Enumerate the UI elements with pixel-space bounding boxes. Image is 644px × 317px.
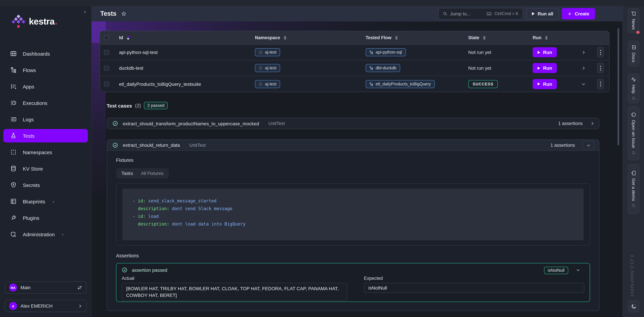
assertion-card: assertion passed isNotNull Actual [BOWLE…	[116, 263, 590, 302]
sort-state-icon[interactable]	[483, 36, 486, 40]
sort-id-icon[interactable]	[127, 36, 130, 40]
sort-run-icon[interactable]	[545, 36, 548, 40]
actual-value-field[interactable]: [BOWLER HAT, TRILBY HAT, BOWLER HAT, CLO…	[122, 283, 347, 301]
open-issue-button[interactable]: Open an Issue	[628, 107, 639, 160]
column-state[interactable]: State	[468, 35, 479, 40]
namespace-chip[interactable]: aj-test	[255, 80, 280, 88]
content-area: Id Namespace Tested Flow State Run	[92, 21, 622, 317]
sidebar-item-apps[interactable]: Apps	[3, 80, 88, 93]
help-button[interactable]: Help	[628, 74, 639, 103]
tenant-avatar: MA	[9, 284, 17, 292]
test-case-card: extract_should_transform_productNames_to…	[107, 118, 600, 129]
theme-toggle-button[interactable]	[628, 300, 639, 312]
row-menu-kebab[interactable]	[597, 79, 604, 89]
run-button[interactable]: Run	[533, 79, 557, 89]
row-checkbox[interactable]	[104, 81, 109, 86]
column-id[interactable]: Id	[119, 35, 123, 40]
sidebar-item-administration[interactable]: Administration ›	[3, 228, 88, 241]
notification-dot	[636, 31, 640, 34]
sidebar-item-tests[interactable]: Tests	[3, 129, 88, 142]
tab-all-fixtures[interactable]: All Fixtures	[141, 171, 164, 176]
docs-label: Docs	[631, 52, 636, 62]
expand-case-chevron[interactable]	[590, 121, 594, 126]
flow-chip[interactable]: dbt-duckdb	[366, 64, 400, 72]
content-scrollbar[interactable]	[618, 28, 619, 145]
run-button-label: Run	[543, 65, 552, 71]
run-button[interactable]: Run	[533, 63, 557, 73]
expand-row-chevron[interactable]	[574, 50, 589, 54]
table-row-expanded[interactable]: etl_dailyProducts_toBigQuery_testsuite a…	[100, 76, 609, 92]
kestra-logo[interactable]: kestra.	[0, 6, 91, 28]
table-row[interactable]: duckdb-test aj-test dbt-duckdb Not run y…	[100, 60, 609, 76]
user-name: Alex EMERICH	[20, 303, 74, 309]
namespace-chip[interactable]: aj-test	[255, 64, 280, 72]
namespace-chip[interactable]: aj-test	[255, 48, 280, 56]
create-button[interactable]: Create	[562, 8, 595, 19]
code-line: - id: load	[132, 212, 574, 220]
flow-chip[interactable]: etl_dailyProducts_toBigQuery	[366, 80, 434, 88]
sidebar-item-dashboards[interactable]: Dashboards	[3, 47, 88, 60]
tenant-switcher[interactable]: MA Main	[5, 282, 86, 294]
test-case-header[interactable]: extract_should_transform_productNames_to…	[107, 118, 599, 129]
table-row[interactable]: api-python-sql-test aj-test api-python-s…	[100, 44, 609, 60]
dashboards-icon	[10, 50, 17, 57]
row-menu-kebab[interactable]	[597, 63, 604, 73]
sidebar-item-blueprints[interactable]: Blueprints ›	[3, 195, 88, 208]
user-menu[interactable]: A Alex EMERICH	[5, 300, 86, 312]
collapse-case-chevron[interactable]	[582, 141, 594, 149]
administration-icon	[10, 231, 17, 238]
check-circle-icon	[122, 267, 128, 273]
get-demo-button[interactable]: Get a demo	[628, 164, 639, 214]
sort-namespace-icon[interactable]	[284, 36, 286, 40]
assertions-count: 1 assertions	[550, 143, 575, 148]
external-link-icon	[632, 96, 636, 100]
row-checkbox[interactable]	[104, 65, 109, 70]
expand-row-chevron[interactable]	[574, 66, 589, 70]
namespace-chip-label: aj-test	[265, 50, 276, 55]
sidebar-item-namespaces[interactable]: Namespaces	[3, 145, 88, 159]
docs-button[interactable]: Docs	[628, 41, 639, 66]
column-namespace[interactable]: Namespace	[255, 35, 280, 40]
test-case-header[interactable]: extract_should_return_data UnitTest 1 as…	[107, 140, 599, 151]
sidebar-item-logs[interactable]: Logs	[3, 113, 88, 126]
fixtures-heading: Fixtures	[116, 157, 590, 163]
flow-chip-label: api-python-sql	[376, 50, 402, 55]
news-button[interactable]: News	[628, 8, 639, 33]
flow-chip-label: dbt-duckdb	[376, 66, 396, 70]
external-link-icon	[632, 151, 636, 155]
flow-chip[interactable]: api-python-sql	[366, 48, 406, 56]
sidebar-item-secrets[interactable]: Secrets	[3, 178, 88, 192]
tab-tasks[interactable]: Tasks	[122, 171, 133, 176]
sidebar-item-plugins[interactable]: Plugins	[3, 211, 88, 225]
flow-chip-icon	[369, 50, 373, 54]
column-run[interactable]: Run	[533, 35, 542, 40]
check-circle-icon	[112, 121, 118, 126]
sort-tested-flow-icon[interactable]	[395, 36, 398, 40]
kestra-logo-icon	[12, 15, 26, 28]
sidebar-item-kv-store[interactable]: KV Store	[3, 162, 88, 175]
expected-label: Expected	[364, 276, 584, 281]
column-tested-flow[interactable]: Tested Flow	[366, 35, 392, 40]
run-all-button[interactable]: Run all	[526, 8, 559, 19]
jump-to-search[interactable]: Jump to... Ctrl/Cmd + K	[438, 8, 523, 19]
app-shell: ‹ kestra. Dashboards	[0, 6, 644, 317]
collapse-assertion-chevron[interactable]	[576, 268, 580, 272]
row-menu-kebab[interactable]	[597, 47, 604, 58]
row-checkbox[interactable]	[104, 50, 109, 55]
test-cases-count: (2)	[135, 103, 141, 108]
collapse-row-chevron[interactable]	[574, 82, 589, 86]
favorite-star-icon[interactable]	[121, 11, 126, 16]
select-all-checkbox[interactable]	[104, 35, 109, 40]
run-button[interactable]: Run	[533, 47, 557, 57]
state-success-badge: SUCCESS	[468, 80, 498, 88]
plugins-icon	[10, 215, 17, 221]
flows-icon	[10, 67, 17, 73]
sidebar-collapse-icon[interactable]: ‹	[84, 9, 86, 14]
expected-value-field[interactable]: isNotNull	[364, 283, 584, 293]
yaml-code-block[interactable]: - id: send_slack_message_started descrip…	[122, 189, 584, 240]
sidebar-item-label: Executions	[23, 100, 48, 106]
sidebar-item-executions[interactable]: Executions	[3, 96, 88, 110]
run-button-label: Run	[543, 81, 552, 87]
namespace-chip-label: aj-test	[265, 66, 276, 70]
sidebar-item-flows[interactable]: Flows	[3, 63, 88, 77]
